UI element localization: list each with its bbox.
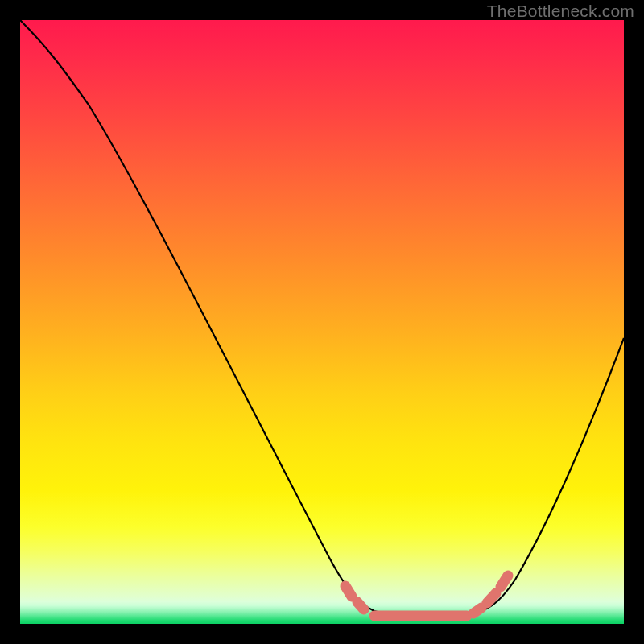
chart-frame: TheBottleneck.com bbox=[0, 0, 644, 644]
highlight-segment-group bbox=[345, 576, 508, 616]
highlight-marks bbox=[20, 20, 624, 624]
watermark-text: TheBottleneck.com bbox=[487, 2, 634, 21]
highlight-dash bbox=[473, 608, 481, 613]
highlight-dash bbox=[357, 602, 364, 609]
highlight-dash bbox=[501, 576, 508, 587]
highlight-dash bbox=[487, 593, 496, 603]
highlight-dash bbox=[345, 586, 352, 597]
plot-area bbox=[20, 20, 624, 624]
